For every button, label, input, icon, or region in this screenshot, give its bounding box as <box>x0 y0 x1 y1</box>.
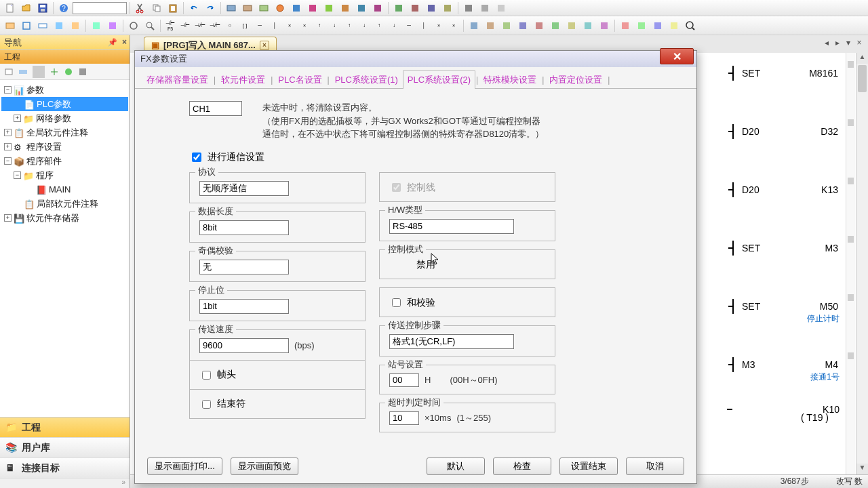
cancel-button[interactable]: 取消 <box>626 458 684 475</box>
svg-rect-54 <box>79 68 86 75</box>
tree-plc-params[interactable]: 📄PLC参数 <box>1 97 128 111</box>
svg-rect-2 <box>40 5 45 7</box>
channel-select[interactable]: CH1 <box>189 101 242 116</box>
station-input[interactable] <box>389 373 419 387</box>
txctrl-select[interactable]: 格式1(无CR,LF) <box>389 334 514 349</box>
svg-point-15 <box>277 5 283 12</box>
svg-rect-21 <box>374 5 381 12</box>
nav-btn-project[interactable]: 📁工程 <box>0 418 130 438</box>
tb-paste[interactable] <box>165 1 180 15</box>
svg-rect-43 <box>568 22 575 29</box>
nav-sub: 工程 <box>0 50 130 64</box>
vertical-scrollbar[interactable]: ▲▼ <box>856 53 868 474</box>
txctrl-group: 传送控制步骤 格式1(无CR,LF) <box>379 325 555 357</box>
tree-prog-set[interactable]: +⚙程序设置 <box>1 140 128 154</box>
tab-position[interactable]: 内置定位设置 <box>545 70 607 89</box>
baud-group: 传送速度 9600 (bps) <box>189 329 366 361</box>
svg-rect-13 <box>243 5 252 11</box>
protocol-select[interactable]: 无顺序通信 <box>199 181 289 196</box>
svg-rect-32 <box>72 22 79 29</box>
enable-comm-checkbox[interactable]: 进行通信设置 <box>189 150 656 164</box>
svg-rect-41 <box>536 22 542 29</box>
tree-local-dev[interactable]: 📋局部软元件注释 <box>1 197 128 211</box>
print-button[interactable]: 显示画面打印... <box>147 458 222 475</box>
tree-dev-mem[interactable]: +💾软元件存储器 <box>1 211 128 225</box>
svg-rect-12 <box>227 5 235 11</box>
dialog-title: FX参数设置 <box>140 53 187 65</box>
svg-rect-23 <box>412 5 418 12</box>
header-checkbox[interactable]: 帧头 <box>199 369 236 382</box>
svg-rect-33 <box>93 22 100 29</box>
tb-help[interactable]: ? <box>56 1 71 15</box>
svg-rect-44 <box>585 22 591 29</box>
station-group: 站号设置 H (00H～0FH) <box>379 365 555 394</box>
tb-copy[interactable] <box>149 1 164 15</box>
ctrlmode-value: 禁用 <box>389 259 435 271</box>
datalen-group: 数据长度 8bit <box>189 211 366 243</box>
nav-tree[interactable]: −📊参数 📄PLC参数 +📁网络参数 +📋全局软元件注释 +⚙程序设置 −📦程序… <box>0 80 130 417</box>
svg-rect-48 <box>654 22 661 29</box>
hint-text: 未选中时，将清除设置内容。 （使用FX用的选配插板等，并与GX Works2和G… <box>262 101 544 141</box>
nav-close-icon[interactable]: × <box>122 37 127 47</box>
tree-main[interactable]: 📕MAIN <box>1 182 128 197</box>
tab-special[interactable]: 特殊模块设置 <box>479 70 541 89</box>
timeout-input[interactable] <box>389 411 419 425</box>
dialog-titlebar[interactable]: FX参数设置 ✕ <box>135 51 696 67</box>
nav-btn-connect[interactable]: 🖥连接目标 <box>0 458 130 479</box>
nav-header: 导航 📌 × <box>0 35 130 50</box>
zoom-icon[interactable] <box>683 19 698 33</box>
tb-combo[interactable] <box>73 2 127 14</box>
terminator-checkbox[interactable]: 结束符 <box>199 398 245 411</box>
parity-select[interactable]: 无 <box>199 260 289 274</box>
svg-rect-31 <box>56 22 62 29</box>
tb-cut[interactable] <box>133 1 148 15</box>
svg-point-50 <box>686 22 693 28</box>
svg-point-35 <box>130 22 137 29</box>
svg-rect-16 <box>293 5 300 12</box>
tb-save[interactable] <box>35 1 50 15</box>
tab-plcsys2[interactable]: PLC系统设置(2) <box>403 70 475 89</box>
tab-memory[interactable]: 存储器容量设置 <box>142 70 213 89</box>
baud-select[interactable]: 9600 <box>199 338 289 353</box>
svg-rect-42 <box>552 22 559 29</box>
svg-point-36 <box>146 22 152 28</box>
tree-net-params[interactable]: +📁网络参数 <box>1 111 128 125</box>
tab-nav[interactable]: ◂▸▾× <box>822 38 864 47</box>
end-button[interactable]: 设置结束 <box>559 458 618 475</box>
preview-button[interactable]: 显示画面预览 <box>231 458 298 475</box>
tb-undo[interactable] <box>186 1 201 15</box>
tree-global-dev[interactable]: +📋全局软元件注释 <box>1 125 128 140</box>
status-mode: 改写 数 <box>836 476 863 487</box>
tab-plcname[interactable]: PLC名设置 <box>273 70 326 89</box>
check-button[interactable]: 检查 <box>493 458 551 475</box>
tab-device[interactable]: 软元件设置 <box>216 70 270 89</box>
svg-rect-51 <box>5 69 12 75</box>
tb-new[interactable] <box>3 1 18 15</box>
pin-icon[interactable]: 📌 <box>108 38 117 47</box>
datalen-select[interactable]: 8bit <box>199 220 289 235</box>
default-button[interactable]: 默认 <box>427 458 485 475</box>
svg-rect-37 <box>471 22 477 29</box>
svg-rect-24 <box>428 5 435 12</box>
tree-params[interactable]: −📊参数 <box>1 83 128 97</box>
tb-redo[interactable] <box>203 1 218 15</box>
header-group: 帧头 <box>189 360 366 390</box>
dialog-close-button[interactable]: ✕ <box>660 48 694 64</box>
sumcheck-checkbox[interactable]: 和校验 <box>389 296 435 309</box>
tab-close-icon[interactable]: × <box>260 41 269 50</box>
svg-rect-9 <box>155 6 160 12</box>
tree-prog-parts[interactable]: −📦程序部件 <box>1 154 128 168</box>
hwtype-select[interactable]: RS-485 <box>389 219 514 234</box>
hwtype-group: H/W类型 RS-485 <box>379 210 555 241</box>
svg-rect-28 <box>498 5 505 12</box>
ctrlline-checkbox: 控制线 <box>389 181 435 194</box>
stopbit-select[interactable]: 1bit <box>199 299 289 314</box>
overview-scrollbar[interactable] <box>846 53 855 474</box>
tree-program[interactable]: −📁程序 <box>1 168 128 182</box>
nav-btn-userlib[interactable]: 📚用户库 <box>0 438 130 458</box>
tb-open[interactable] <box>19 1 34 15</box>
svg-rect-39 <box>503 22 510 29</box>
svg-rect-20 <box>358 5 365 12</box>
tab-plcsys1[interactable]: PLC系统设置(1) <box>330 70 403 89</box>
doc-tab-label: [PRG]写入 MAIN 687... <box>163 39 256 52</box>
